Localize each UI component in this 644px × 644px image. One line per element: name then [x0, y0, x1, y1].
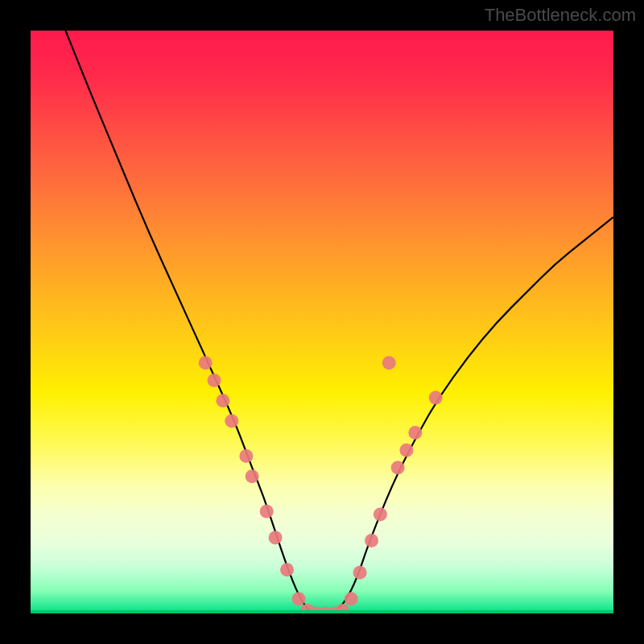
- data-marker: [199, 356, 213, 369]
- data-marker: [365, 534, 378, 547]
- data-marker: [246, 469, 259, 483]
- data-marker: [374, 507, 387, 521]
- data-marker: [239, 449, 253, 463]
- data-marker: [208, 374, 221, 387]
- chart-plot-area: [31, 31, 613, 613]
- data-marker: [382, 356, 396, 369]
- chart-svg: [31, 31, 613, 613]
- markers-group: [199, 356, 443, 613]
- data-marker: [408, 426, 422, 440]
- data-marker: [280, 563, 294, 576]
- data-marker: [429, 391, 443, 405]
- data-marker: [353, 566, 367, 580]
- data-marker: [292, 592, 306, 605]
- data-marker: [260, 505, 274, 518]
- data-marker: [216, 394, 229, 407]
- data-marker: [399, 444, 413, 457]
- bottleneck-curve: [65, 31, 613, 613]
- data-marker: [225, 415, 238, 428]
- data-marker: [269, 530, 283, 544]
- baseline-strip: [31, 610, 613, 613]
- data-marker: [391, 461, 405, 475]
- watermark-text: TheBottleneck.com: [485, 5, 636, 26]
- data-marker: [345, 592, 358, 605]
- curve-group: [65, 31, 613, 613]
